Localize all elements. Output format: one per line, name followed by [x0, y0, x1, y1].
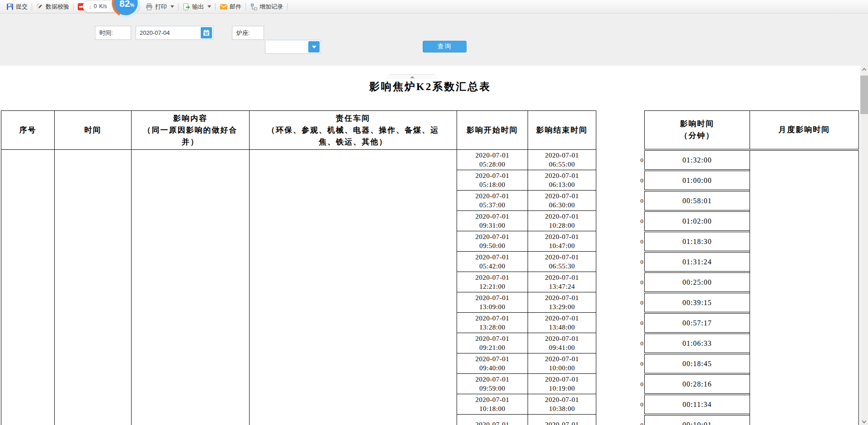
- print-label: 打印: [155, 3, 167, 11]
- impact-end-cell: 2020-07-0110:38:00: [528, 394, 596, 415]
- calendar-button[interactable]: [201, 27, 212, 38]
- toolbar-separator: [287, 3, 288, 10]
- submit-button[interactable]: 提交: [4, 0, 30, 13]
- scroll-down-button[interactable]: [860, 417, 868, 425]
- output-label: 输出: [192, 3, 204, 11]
- impact-end-cell: 2020-07-0106:55:00: [528, 150, 596, 170]
- impact-start-cell: 2020-07-0110:18:00: [457, 394, 528, 415]
- row-flag-value: 0: [637, 374, 643, 394]
- impact-duration-cell: 01:32:00: [644, 150, 750, 170]
- print-dropdown-caret: [170, 5, 174, 8]
- filter-panel: 时间: 炉座: 查询: [0, 14, 868, 66]
- impact-end-cell: 2020-07-0106:13:00: [528, 170, 596, 191]
- download-progress-circle[interactable]: 82%: [111, 0, 141, 20]
- pencil-check-icon: [36, 3, 43, 10]
- impact-start-cell: 2020-07-0109:59:00: [457, 374, 528, 394]
- floppy-save-icon: [6, 3, 14, 10]
- impact-end-cell: 2020-07-0110:00:00: [528, 353, 596, 374]
- chevron-down-icon: [862, 419, 867, 424]
- time-merged-cell: [55, 150, 132, 425]
- branch-add-icon: [250, 3, 257, 10]
- responsible-shop-merged-cell: [250, 150, 457, 425]
- toolbar-separator: [245, 3, 246, 10]
- toolbar-separator: [32, 3, 32, 10]
- impact-end-cell: 2020-07-0109:41:00: [528, 333, 596, 353]
- impact-start-cell: 2020-07-0105:28:00: [457, 150, 528, 170]
- monthly-impact-cell: [750, 150, 859, 425]
- submit-label: 提交: [16, 3, 28, 11]
- output-dropdown-caret: [208, 5, 211, 8]
- impact-duration-cell: 00:58:01: [644, 191, 750, 210]
- impact-start-cell: 2020-07-0109:50:00: [457, 231, 528, 252]
- table-row: 2020-07-0105:28:00 2020-07-0106:55:00: [1, 150, 596, 170]
- query-button[interactable]: 查询: [423, 41, 467, 53]
- row-flag-value: 0: [637, 211, 643, 231]
- impact-start-cell: 2020-07-0105:18:00: [457, 170, 528, 191]
- collapse-arrow-icon: [410, 76, 415, 78]
- panel-collapse-handle[interactable]: [384, 74, 440, 79]
- download-arrow-icon: ↓: [89, 3, 92, 10]
- download-speed-unit: K/s: [99, 3, 107, 10]
- chevron-down-icon: [312, 46, 316, 48]
- time-filter-label: 时间:: [95, 26, 131, 40]
- row-flag-value: 0: [637, 415, 643, 425]
- impact-duration-cell: 00:11:34: [644, 395, 750, 414]
- impact-duration-cell: 01:18:30: [644, 232, 750, 251]
- row-flag-value: 0: [637, 191, 643, 210]
- impact-content-merged-cell: [132, 150, 250, 425]
- impact-end-cell: 2020-07-0106:55:30: [528, 252, 596, 272]
- add-record-button[interactable]: 增加记录: [247, 0, 286, 13]
- orange-envelope-icon: [220, 4, 227, 10]
- impact-duration-cell: 01:06:33: [644, 334, 750, 353]
- impact-start-cell: 2020-07-01: [457, 415, 528, 425]
- impact-end-cell: 2020-07-0110:47:00: [528, 231, 596, 252]
- toolbar-separator: [73, 3, 74, 10]
- date-input[interactable]: [136, 26, 199, 39]
- impact-duration-cell: 01:31:24: [644, 252, 750, 272]
- impact-end-cell: 2020-07-0113:48:00: [528, 313, 596, 333]
- col-header-seq: 序号: [1, 111, 55, 150]
- row-flag-value: 0: [637, 395, 643, 414]
- impact-start-cell: 2020-07-0105:37:00: [457, 191, 528, 211]
- col-header-duration: 影响时间 （分钟）: [644, 110, 750, 149]
- mail-button[interactable]: 邮件: [217, 0, 244, 13]
- output-button[interactable]: 输出: [180, 0, 214, 13]
- toolbar-separator: [178, 3, 179, 10]
- impact-start-cell: 2020-07-0109:21:00: [457, 333, 528, 353]
- impact-end-cell: 2020-07-0106:30:00: [528, 191, 596, 211]
- seq-merged-cell: [1, 150, 55, 425]
- add-record-label: 增加记录: [259, 3, 283, 11]
- download-speed-value: 0: [94, 3, 97, 10]
- impact-duration-cell: 00:10:01: [644, 415, 750, 425]
- data-validate-label: 数据校验: [46, 3, 69, 11]
- app-window: 提交 数据校验 打印 输出: [0, 0, 868, 425]
- export-page-icon: [183, 3, 190, 10]
- impact-end-cell: 2020-07-01: [528, 415, 596, 425]
- impact-duration-cell: 00:39:15: [644, 293, 750, 312]
- duration-table: 影响时间 （分钟） 月度影响时间 001:32:00001:00:00000:5…: [644, 110, 860, 425]
- impact-table: 序号 时间 影响内容 （同一原因影响的做好合 并） 责任车间 （环保、参观、机械…: [1, 110, 596, 425]
- row-flag-value: 0: [637, 334, 643, 353]
- printer-icon: [146, 3, 153, 10]
- col-header-time: 时间: [55, 111, 132, 150]
- row-flag-value: 0: [637, 252, 643, 272]
- table-header-row: 序号 时间 影响内容 （同一原因影响的做好合 并） 责任车间 （环保、参观、机械…: [1, 111, 596, 150]
- impact-end-cell: 2020-07-0113:47:24: [528, 272, 596, 292]
- print-button[interactable]: 打印: [143, 0, 177, 13]
- impact-start-cell: 2020-07-0109:31:00: [457, 211, 528, 231]
- data-validate-button[interactable]: 数据校验: [33, 0, 72, 13]
- vertical-scrollbar[interactable]: [860, 66, 868, 425]
- impact-duration-cell: 00:25:00: [644, 272, 750, 292]
- impact-start-cell: 2020-07-0105:42:00: [457, 252, 528, 272]
- mail-label: 邮件: [230, 3, 241, 11]
- scrollbar-thumb[interactable]: [860, 76, 868, 114]
- row-flag-value: 0: [637, 354, 643, 373]
- furnace-dropdown-button[interactable]: [308, 41, 320, 53]
- furnace-filter-label: 炉座:: [232, 26, 264, 40]
- furnace-select-input[interactable]: [265, 40, 307, 53]
- report-title: 影响焦炉K2系数汇总表: [0, 80, 860, 94]
- scroll-up-button[interactable]: [860, 66, 868, 73]
- impact-start-cell: 2020-07-0113:09:00: [457, 292, 528, 313]
- impact-duration-cell: 00:28:16: [644, 374, 750, 394]
- toolbar-separator: [215, 3, 216, 10]
